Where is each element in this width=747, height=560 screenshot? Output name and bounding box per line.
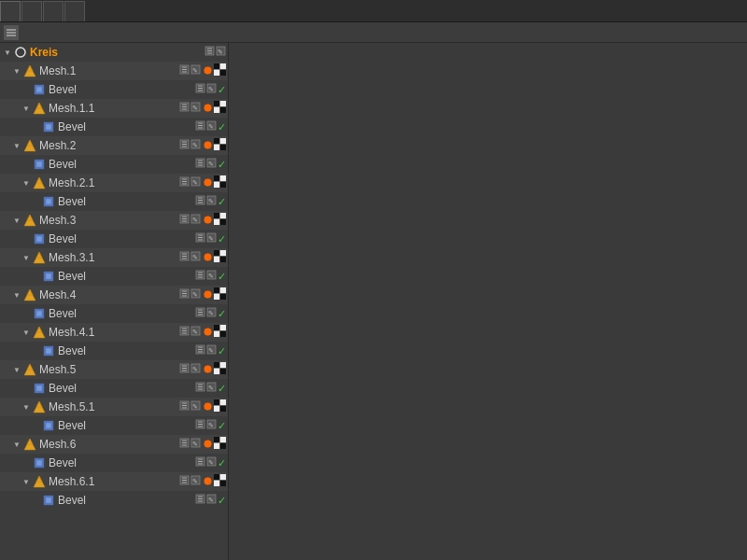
edit-icon-1[interactable] <box>195 158 205 171</box>
edit-icon-1[interactable] <box>179 64 190 77</box>
tab-takes[interactable] <box>21 1 42 21</box>
tree-row[interactable]: ▼ Mesh.2 ✎ <box>0 136 228 155</box>
svg-rect-279 <box>46 497 51 503</box>
edit-icon-1[interactable] <box>195 494 205 507</box>
tree-row[interactable]: Bevel ✎ ✓ <box>0 379 228 398</box>
tree-row[interactable]: ▼ Mesh.6 ✎ <box>0 435 228 454</box>
tag-icons-area: ✎ <box>179 362 226 377</box>
tree-row[interactable]: ▼ Mesh.5 ✎ <box>0 360 228 379</box>
edit-icon-2[interactable]: ✎ <box>190 288 201 301</box>
edit-icon-2[interactable]: ✎ <box>206 419 217 432</box>
tree-row[interactable]: Bevel ✎ ✓ <box>0 304 228 323</box>
edit-icon-1[interactable] <box>179 475 190 488</box>
edit-icon-2[interactable]: ✎ <box>206 456 217 469</box>
edit-icon-1[interactable] <box>179 139 190 152</box>
expand-button[interactable]: ▼ <box>11 364 22 375</box>
edit-icon-2[interactable]: ✎ <box>206 158 217 171</box>
edit-icon-2[interactable]: ✎ <box>206 120 217 133</box>
edit-icon-2[interactable]: ✎ <box>206 270 217 283</box>
edit-icon-2[interactable]: ✎ <box>190 475 201 488</box>
expand-button[interactable]: ▼ <box>21 252 32 263</box>
tree-row[interactable]: Bevel ✎ ✓ <box>0 267 228 286</box>
tree-row[interactable]: ▼ Mesh.2.1 ✎ <box>0 174 228 192</box>
edit-icon-1[interactable] <box>195 232 205 245</box>
tree-row[interactable]: Bevel ✎ ✓ <box>0 491 228 510</box>
edit-icon-2[interactable]: ✎ <box>216 46 226 59</box>
edit-icon-1[interactable] <box>179 176 190 189</box>
edit-icon-1[interactable] <box>179 251 190 264</box>
tree-row[interactable]: Bevel ✎ ✓ <box>0 416 228 435</box>
edit-icon-1[interactable] <box>179 288 190 301</box>
svg-rect-160 <box>220 287 227 294</box>
svg-text:✎: ✎ <box>192 105 198 111</box>
tree-row[interactable]: Bevel ✎ ✓ <box>0 118 228 136</box>
menu-toggle-icon[interactable] <box>4 25 19 40</box>
svg-rect-185 <box>220 331 227 338</box>
tree-row[interactable]: Bevel ✎ ✓ <box>0 454 228 472</box>
edit-icon-2[interactable]: ✎ <box>190 400 201 413</box>
edit-icon-1[interactable] <box>179 326 190 339</box>
edit-icon-2[interactable]: ✎ <box>190 102 201 115</box>
edit-icon-1[interactable] <box>179 363 190 376</box>
edit-icon-1[interactable] <box>195 83 205 96</box>
expand-button[interactable]: ▼ <box>11 140 22 151</box>
edit-icon-2[interactable]: ✎ <box>206 83 217 96</box>
edit-icon-1[interactable] <box>204 46 215 59</box>
tree-panel[interactable]: ▼ Kreis ✎ ▼ Mesh.1 ✎ Bevel <box>0 43 229 560</box>
tree-row[interactable]: ▼ Mesh.3 ✎ <box>0 211 228 230</box>
tab-struktur[interactable] <box>64 1 85 21</box>
tree-row[interactable]: ▼ Mesh.4 ✎ <box>0 286 228 304</box>
edit-icon-2[interactable]: ✎ <box>190 251 201 264</box>
tree-row[interactable]: Bevel ✎ ✓ <box>0 80 228 99</box>
expand-button[interactable]: ▼ <box>11 439 22 450</box>
edit-icon-1[interactable] <box>195 344 205 357</box>
expand-button[interactable]: ▼ <box>11 215 22 226</box>
edit-icon-1[interactable] <box>179 214 190 227</box>
edit-icon-1[interactable] <box>179 438 190 451</box>
expand-button[interactable]: ▼ <box>2 47 13 58</box>
expand-button[interactable]: ▼ <box>21 401 32 413</box>
edit-icon-1[interactable] <box>195 419 205 432</box>
checker-icon <box>214 437 226 452</box>
edit-icon-2[interactable]: ✎ <box>206 232 217 245</box>
tree-row[interactable]: ▼ Mesh.3.1 ✎ <box>0 248 228 267</box>
edit-icon-1[interactable] <box>195 456 205 469</box>
edit-icon-1[interactable] <box>195 382 205 395</box>
tab-content-browser[interactable] <box>43 1 63 21</box>
tree-row[interactable]: ▼ Mesh.1.1 ✎ <box>0 99 228 118</box>
tree-row[interactable]: ▼ Mesh.1 ✎ <box>0 62 228 80</box>
edit-icon-2[interactable]: ✎ <box>190 139 201 152</box>
edit-icon-2[interactable]: ✎ <box>190 438 201 451</box>
tree-row[interactable]: ▼ Kreis ✎ <box>0 43 228 62</box>
edit-icon-2[interactable]: ✎ <box>190 214 201 227</box>
edit-icon-2[interactable]: ✎ <box>190 363 201 376</box>
expand-button[interactable]: ▼ <box>11 289 22 301</box>
tree-row[interactable]: ▼ Mesh.4.1 ✎ <box>0 323 228 342</box>
edit-icon-1[interactable] <box>179 400 190 413</box>
edit-icon-2[interactable]: ✎ <box>190 326 201 339</box>
edit-icon-1[interactable] <box>195 195 205 208</box>
expand-button[interactable]: ▼ <box>21 177 32 189</box>
expand-button[interactable]: ▼ <box>11 65 22 77</box>
edit-icon-2[interactable]: ✎ <box>206 195 217 208</box>
expand-button[interactable]: ▼ <box>21 476 32 487</box>
edit-icon-1[interactable] <box>195 270 205 283</box>
tree-row[interactable]: Bevel ✎ ✓ <box>0 342 228 360</box>
edit-icon-2[interactable]: ✎ <box>206 494 217 507</box>
edit-icon-2[interactable]: ✎ <box>190 64 201 77</box>
edit-icon-1[interactable] <box>195 307 205 320</box>
edit-icon-2[interactable]: ✎ <box>206 307 217 320</box>
tree-row[interactable]: Bevel ✎ ✓ <box>0 155 228 174</box>
expand-button[interactable]: ▼ <box>21 103 32 114</box>
edit-icon-2[interactable]: ✎ <box>190 176 201 189</box>
edit-icon-2[interactable]: ✎ <box>206 344 217 357</box>
tree-row[interactable]: Bevel ✎ ✓ <box>0 192 228 211</box>
tab-objekte[interactable] <box>0 1 21 21</box>
tree-row[interactable]: ▼ Mesh.5.1 ✎ <box>0 398 228 416</box>
tree-row[interactable]: Bevel ✎ ✓ <box>0 230 228 248</box>
edit-icon-1[interactable] <box>195 120 205 133</box>
edit-icon-2[interactable]: ✎ <box>206 382 217 395</box>
edit-icon-1[interactable] <box>179 102 190 115</box>
tree-row[interactable]: ▼ Mesh.6.1 ✎ <box>0 472 228 491</box>
expand-button[interactable]: ▼ <box>21 327 32 338</box>
